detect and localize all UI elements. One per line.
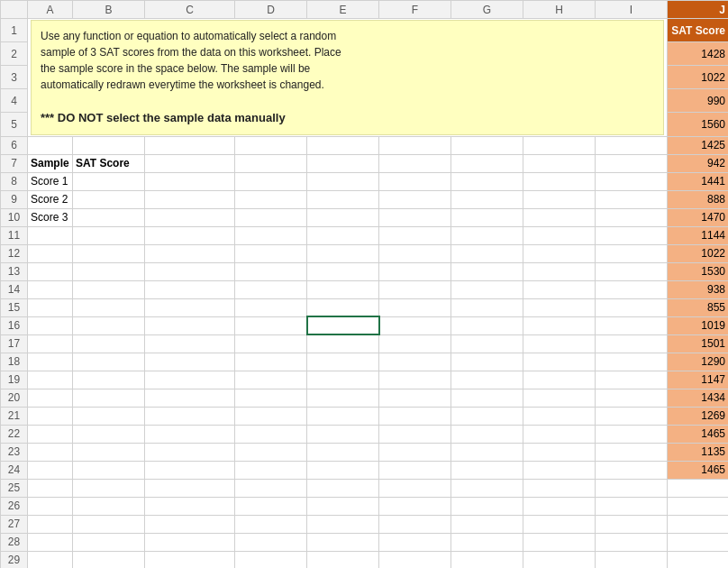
selected-cell[interactable] (307, 316, 379, 334)
cell-r10-c4[interactable] (307, 208, 379, 226)
cell-r27-c3[interactable] (235, 515, 307, 533)
sat-value-4[interactable]: 990 (668, 89, 729, 113)
cell-r27-c8[interactable] (596, 515, 668, 533)
sat-value-7[interactable]: 942 (668, 154, 729, 172)
cell-r15-c4[interactable] (307, 298, 379, 316)
cell-r7-c3[interactable] (235, 154, 307, 172)
cell-r25-c1[interactable] (73, 479, 145, 497)
cell-r13-c4[interactable] (307, 262, 379, 280)
sat-value-3[interactable]: 1022 (668, 66, 729, 89)
cell-r16-c5[interactable] (379, 316, 451, 334)
cell-r17-c2[interactable] (145, 334, 235, 353)
cell-r18-c8[interactable] (596, 353, 668, 371)
cell-r8-c2[interactable] (145, 172, 235, 190)
cell-r22-c1[interactable] (73, 425, 145, 443)
cell-r15-c1[interactable] (73, 298, 145, 316)
cell-r11-c1[interactable] (73, 226, 145, 244)
cell-r24-c6[interactable] (451, 461, 523, 479)
sat-value-12[interactable]: 1022 (668, 244, 729, 262)
cell-r15-c3[interactable] (235, 298, 307, 316)
cell-r7-c7[interactable] (523, 154, 596, 172)
sat-value-24[interactable]: 1465 (668, 461, 729, 479)
cell-r24-c1[interactable] (73, 461, 145, 479)
cell-r26-c1[interactable] (73, 497, 145, 515)
cell-r12-c2[interactable] (145, 244, 235, 262)
cell-r19-c3[interactable] (235, 371, 307, 389)
cell-r19-c6[interactable] (451, 371, 523, 389)
cell-r17-c5[interactable] (379, 334, 451, 353)
cell-r25-c3[interactable] (235, 479, 307, 497)
cell-r23-c3[interactable] (235, 443, 307, 461)
cell-r11-c2[interactable] (145, 226, 235, 244)
cell-r21-c5[interactable] (379, 407, 451, 425)
cell-r10-c8[interactable] (596, 208, 668, 226)
cell-r6-c0[interactable] (28, 136, 73, 154)
cell-r17-c1[interactable] (73, 334, 145, 353)
sat-value-16[interactable]: 1019 (668, 316, 729, 334)
cell-r22-c3[interactable] (235, 425, 307, 443)
cell-r24-c0[interactable] (28, 461, 73, 479)
cell-r17-c7[interactable] (523, 334, 596, 353)
cell-r14-c5[interactable] (379, 280, 451, 298)
cell-r17-c0[interactable] (28, 334, 73, 353)
cell-r8-c8[interactable] (596, 172, 668, 190)
cell-r14-c3[interactable] (235, 280, 307, 298)
cell-r16-c2[interactable] (145, 316, 235, 334)
cell-r29-c5[interactable] (379, 551, 451, 568)
cell-r10-c2[interactable] (145, 208, 235, 226)
cell-r22-c0[interactable] (28, 425, 73, 443)
cell-r9-c8[interactable] (596, 190, 668, 208)
cell-r6-c5[interactable] (379, 136, 451, 154)
cell-r21-c3[interactable] (235, 407, 307, 425)
sat-value-21[interactable]: 1269 (668, 407, 729, 425)
cell-r8-c4[interactable] (307, 172, 379, 190)
cell-r14-c0[interactable] (28, 280, 73, 298)
cell-r27-c5[interactable] (379, 515, 451, 533)
cell-r10-c7[interactable] (523, 208, 596, 226)
cell-r26-c5[interactable] (379, 497, 451, 515)
cell-r14-c8[interactable] (596, 280, 668, 298)
cell-r28-c5[interactable] (379, 533, 451, 551)
cell-r12-c7[interactable] (523, 244, 596, 262)
cell-r26-c4[interactable] (307, 497, 379, 515)
cell-r18-c3[interactable] (235, 353, 307, 371)
cell-r14-c1[interactable] (73, 280, 145, 298)
cell-r12-c5[interactable] (379, 244, 451, 262)
cell-r13-c2[interactable] (145, 262, 235, 280)
cell-r15-c7[interactable] (523, 298, 596, 316)
cell-r11-c7[interactable] (523, 226, 596, 244)
cell-r20-c5[interactable] (379, 389, 451, 407)
cell-r27-c0[interactable] (28, 515, 73, 533)
sat-value-28[interactable] (668, 533, 729, 551)
cell-r18-c0[interactable] (28, 353, 73, 371)
cell-r20-c2[interactable] (145, 389, 235, 407)
cell-r20-c3[interactable] (235, 389, 307, 407)
cell-r26-c2[interactable] (145, 497, 235, 515)
cell-r21-c7[interactable] (523, 407, 596, 425)
cell-r12-c6[interactable] (451, 244, 523, 262)
sat-value-27[interactable] (668, 515, 729, 533)
cell-r26-c0[interactable] (28, 497, 73, 515)
cell-r16-c1[interactable] (73, 316, 145, 334)
cell-r28-c8[interactable] (596, 533, 668, 551)
cell-r18-c6[interactable] (451, 353, 523, 371)
cell-r16-c7[interactable] (523, 316, 596, 334)
cell-r17-c6[interactable] (451, 334, 523, 353)
cell-r9-c6[interactable] (451, 190, 523, 208)
cell-r22-c8[interactable] (596, 425, 668, 443)
cell-r23-c2[interactable] (145, 443, 235, 461)
cell-r15-c2[interactable] (145, 298, 235, 316)
cell-r14-c6[interactable] (451, 280, 523, 298)
cell-r21-c0[interactable] (28, 407, 73, 425)
cell-r16-c3[interactable] (235, 316, 307, 334)
cell-r14-c4[interactable] (307, 280, 379, 298)
cell-r17-c4[interactable] (307, 334, 379, 353)
cell-r9-c3[interactable] (235, 190, 307, 208)
sat-value-23[interactable]: 1135 (668, 443, 729, 461)
cell-r28-c2[interactable] (145, 533, 235, 551)
cell-r28-c7[interactable] (523, 533, 596, 551)
cell-r6-c4[interactable] (307, 136, 379, 154)
cell-r9-c2[interactable] (145, 190, 235, 208)
cell-r6-c6[interactable] (451, 136, 523, 154)
cell-r22-c4[interactable] (307, 425, 379, 443)
